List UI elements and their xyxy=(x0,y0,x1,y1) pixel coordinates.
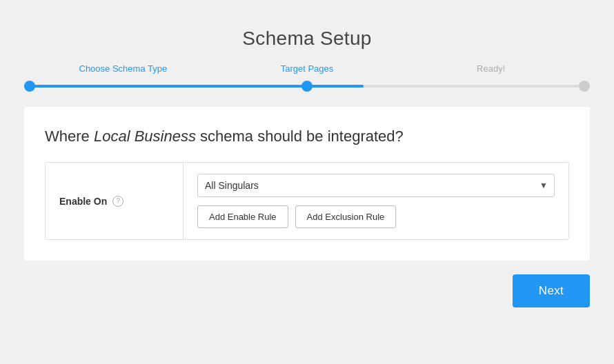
rule-table: Enable On ? All Singulars All Pages Home… xyxy=(45,162,569,240)
step-label-2: Target Pages xyxy=(215,63,399,74)
step-label-1: Choose Schema Type xyxy=(31,63,215,74)
main-card: Where Local Business schema should be in… xyxy=(24,107,590,261)
next-button[interactable]: Next xyxy=(513,274,590,307)
stepper-dot-1 xyxy=(24,81,35,92)
add-enable-rule-button[interactable]: Add Enable Rule xyxy=(197,205,288,228)
stepper-dot-3 xyxy=(579,81,590,92)
enable-on-select-wrapper: All Singulars All Pages Homepage ▼ xyxy=(197,174,555,197)
footer: Next xyxy=(24,274,590,307)
heading-prefix: Where xyxy=(45,128,94,145)
stepper-track xyxy=(24,79,590,93)
table-row: Enable On ? All Singulars All Pages Home… xyxy=(46,163,568,239)
heading-suffix: schema should be integrated? xyxy=(196,128,404,145)
page-title: Schema Setup xyxy=(242,28,371,50)
rule-label-cell: Enable On ? xyxy=(46,163,184,239)
enable-on-select[interactable]: All Singulars All Pages Homepage xyxy=(197,174,555,197)
stepper-dots xyxy=(24,81,590,92)
rule-content-cell: All Singulars All Pages Homepage ▼ Add E… xyxy=(184,163,568,239)
enable-on-label: Enable On xyxy=(59,196,107,207)
add-exclusion-rule-button[interactable]: Add Exclusion Rule xyxy=(295,205,397,228)
step-label-3: Ready! xyxy=(399,63,583,74)
help-icon[interactable]: ? xyxy=(112,196,123,207)
heading-italic: Local Business xyxy=(94,128,196,145)
page-wrapper: Schema Setup Choose Schema Type Target P… xyxy=(14,14,600,364)
rule-buttons: Add Enable Rule Add Exclusion Rule xyxy=(197,205,555,228)
progress-stepper: Choose Schema Type Target Pages Ready! xyxy=(24,63,590,93)
stepper-dot-2 xyxy=(301,81,313,92)
card-heading: Where Local Business schema should be in… xyxy=(45,128,569,145)
stepper-labels: Choose Schema Type Target Pages Ready! xyxy=(24,63,590,74)
